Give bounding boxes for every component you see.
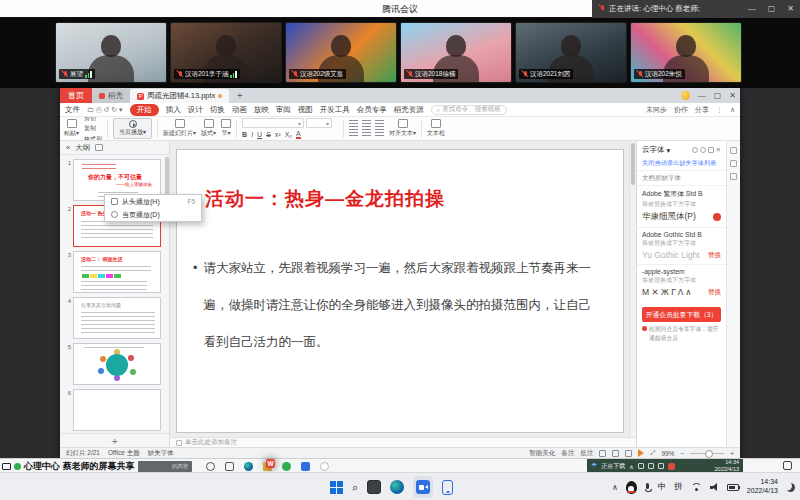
ribbon-tab-animation[interactable]: 动画 xyxy=(232,105,247,115)
slide-4-thumbnail[interactable]: 分享及其引导问题 xyxy=(73,297,161,339)
number-list-icon[interactable] xyxy=(362,120,371,128)
feedback-icon[interactable] xyxy=(692,147,698,153)
file-menu[interactable]: 文件 xyxy=(65,105,80,115)
missing-font-status[interactable]: 缺失字体 xyxy=(148,449,174,458)
tray-chevron-icon[interactable]: ∧ xyxy=(629,463,633,470)
sorter-view-icon[interactable] xyxy=(612,450,619,457)
menu-item-play-current[interactable]: 当页播放(D) xyxy=(105,208,201,221)
current-slide[interactable]: 活动一：热身—金龙拍拍操 • 请大家站立，先跟着视频学习一遍，然后大家跟着视频跟… xyxy=(176,149,624,433)
phone-link-button[interactable] xyxy=(442,480,453,495)
slide-thumbnail-row[interactable]: 6 xyxy=(62,389,167,431)
cut-button[interactable]: 剪切 xyxy=(84,117,102,123)
edge-browser-button[interactable] xyxy=(390,480,404,494)
collaborate-button[interactable]: 协作 xyxy=(674,105,688,115)
zoom-out-button[interactable]: − xyxy=(680,450,684,457)
task-view-icon[interactable] xyxy=(225,462,234,471)
ribbon-tab-developer[interactable]: 开发工具 xyxy=(320,105,350,115)
tencent-meeting-button-active[interactable] xyxy=(413,476,433,498)
superscript-button[interactable]: x² xyxy=(275,131,281,138)
wps-home-tab[interactable]: 首页 xyxy=(60,88,92,103)
mic-tray-icon[interactable] xyxy=(648,463,654,469)
fit-slide-icon[interactable]: ⤢ xyxy=(650,449,655,457)
notes-toggle[interactable]: 备注 xyxy=(561,449,574,458)
align-text-button[interactable]: 对齐文本▾ xyxy=(389,119,416,138)
document-tab[interactable]: P 周疏光团辅4.13.pptx xyxy=(130,89,229,103)
align-left-icon[interactable] xyxy=(349,129,358,137)
beautify-button[interactable]: 智能美化 xyxy=(529,449,555,458)
microphone-tray-icon[interactable] xyxy=(645,483,650,492)
play-current-slide-button[interactable]: 当页播放▾ xyxy=(113,118,152,139)
bold-button[interactable]: B xyxy=(242,131,247,138)
ribbon-tab-home[interactable]: 开始 xyxy=(130,104,159,116)
italic-button[interactable]: I xyxy=(251,131,253,138)
font-size-select[interactable]: ▾ xyxy=(306,118,332,128)
gear-icon[interactable] xyxy=(700,147,706,153)
disable-autopop-link[interactable]: 关闭自动弹出缺失字体列表 xyxy=(637,157,726,170)
subscript-button[interactable]: X₂ xyxy=(285,131,292,138)
participant-video[interactable]: 汉语202朱悦 xyxy=(630,22,742,83)
ribbon-tab-review[interactable]: 审阅 xyxy=(276,105,291,115)
ime-chinese-indicator[interactable]: 中 xyxy=(658,481,667,493)
ribbon-tab-view[interactable]: 视图 xyxy=(298,105,313,115)
edge-browser-icon[interactable] xyxy=(244,462,253,471)
ribbon-tab-member[interactable]: 会员专享 xyxy=(357,105,387,115)
font-name-select[interactable]: ▾ xyxy=(242,118,304,128)
slide-thumbnail-row[interactable]: 3 活动二： 画说生活 xyxy=(62,251,167,293)
canvas-scrollbar[interactable] xyxy=(629,141,636,437)
member-batch-download-button[interactable]: 开通会员批量下载（3） xyxy=(642,307,721,322)
wechat-icon[interactable] xyxy=(282,462,291,471)
participant-video[interactable]: 汉语2021刘茜 xyxy=(515,22,627,83)
outline-tab[interactable]: 大纲 xyxy=(75,143,90,153)
participant-video[interactable]: 汉语201李子涵 xyxy=(170,22,282,83)
slide-body-text[interactable]: • 请大家站立，先跟着视频学习一遍，然后大家跟着视频跟上节奏再来一遍，做操时请注… xyxy=(193,250,601,361)
sync-status-button[interactable]: 未同步 xyxy=(646,105,667,115)
clock[interactable]: 14:34 2022/4/13 xyxy=(747,478,778,496)
battery-icon[interactable] xyxy=(727,484,739,491)
scrollbar-thumb[interactable] xyxy=(631,143,635,185)
maximize-button[interactable]: ▢ xyxy=(768,0,776,18)
share-button[interactable]: 分享 xyxy=(695,105,709,115)
slide-thumbnail-row[interactable]: 4 分享及其引导问题 xyxy=(62,297,167,339)
underline-button[interactable]: U xyxy=(257,131,262,138)
line-spacing-icon[interactable] xyxy=(375,129,384,137)
normal-view-icon[interactable] xyxy=(599,450,606,457)
taskbar-search-icon[interactable]: ⌕ xyxy=(352,481,358,494)
action-center-icon[interactable] xyxy=(783,461,792,470)
animation-pane-icon[interactable] xyxy=(730,160,737,167)
ribbon-tab-insert[interactable]: 插入 xyxy=(166,105,181,115)
ribbon-tab-slideshow[interactable]: 放映 xyxy=(254,105,269,115)
display-tray-icon[interactable] xyxy=(658,463,664,469)
strike-button[interactable]: S xyxy=(266,131,271,138)
slide-6-thumbnail[interactable] xyxy=(73,389,161,431)
font-color-button[interactable]: A xyxy=(296,130,301,139)
close-button[interactable]: ✕ xyxy=(787,0,794,18)
new-slide-button[interactable]: 新建幻灯片▾ xyxy=(163,119,196,138)
slideshow-play-icon[interactable] xyxy=(638,449,644,457)
add-slide-button[interactable]: ＋ xyxy=(60,433,169,447)
collapse-panel-icon[interactable]: « xyxy=(66,143,70,152)
slide-title[interactable]: 活动一：热身—金龙拍拍操 xyxy=(205,186,445,212)
replace-font-button[interactable]: 替换 xyxy=(708,288,721,297)
text-box-button[interactable]: 文本框 xyxy=(427,119,445,138)
chevron-down-icon[interactable]: ▾ xyxy=(667,146,671,155)
replace-font-button[interactable]: 替换 xyxy=(708,251,721,260)
cloud-tray-icon[interactable] xyxy=(638,463,644,469)
participant-video[interactable]: 展望 xyxy=(55,22,167,83)
wps-docer-tab[interactable]: 稻壳 xyxy=(92,88,130,103)
slide-5-thumbnail[interactable] xyxy=(73,343,161,385)
participant-video[interactable]: 汉语2018徐楠 xyxy=(400,22,512,83)
close-panel-icon[interactable]: ✕ xyxy=(716,146,721,154)
task-view-button[interactable] xyxy=(367,480,381,494)
new-tab-button[interactable]: ＋ xyxy=(229,88,250,103)
notification-badge-icon[interactable] xyxy=(668,463,675,470)
more-menu-icon[interactable]: ⋮ xyxy=(716,106,723,114)
slides-view-icon[interactable] xyxy=(95,144,103,151)
menu-item-play-from-start[interactable]: 从头播放(H) F5 xyxy=(105,195,201,208)
wps-close-button[interactable]: ✕ xyxy=(729,88,736,103)
download-font-icon[interactable] xyxy=(713,213,721,221)
bullet-list-icon[interactable] xyxy=(349,120,358,128)
minimize-button[interactable]: — xyxy=(748,0,756,18)
notes-bar[interactable]: 单击此处添加备注 xyxy=(170,437,636,447)
indent-icon[interactable] xyxy=(375,120,384,128)
qq-icon[interactable] xyxy=(626,481,637,494)
